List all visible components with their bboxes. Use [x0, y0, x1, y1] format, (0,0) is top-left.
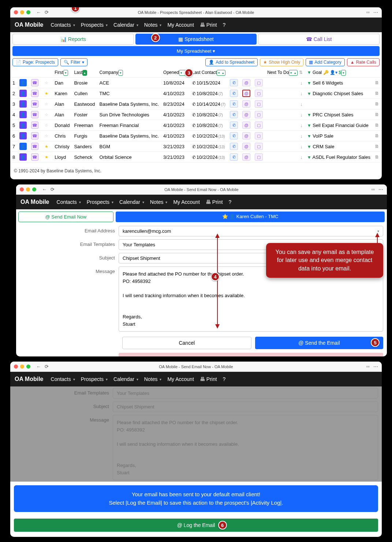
email-action-icon[interactable]: @ — [242, 143, 250, 150]
star-icon[interactable]: ☆ — [43, 132, 50, 139]
menu-calendar[interactable]: Calendar — [111, 20, 141, 29]
message-action-icon[interactable]: ▢ — [255, 122, 263, 129]
person-icon[interactable]: 👤 — [19, 90, 27, 97]
menu-prospects[interactable]: Prospects — [79, 20, 110, 29]
call-action-icon[interactable]: ✆ — [230, 143, 238, 150]
person-icon[interactable]: 👤 — [19, 111, 27, 118]
table-row[interactable]: 8👤☎★LloydSchenckOrbital Science3/21/2023… — [10, 152, 382, 162]
menu-calendar[interactable]: Calendar — [111, 375, 141, 384]
message-action-icon[interactable]: ▢ — [255, 143, 263, 150]
call-action-icon[interactable]: ✆ — [230, 132, 238, 139]
email-action-icon[interactable]: @ — [242, 132, 250, 139]
call-action-icon[interactable]: ✆ — [230, 153, 238, 161]
filter-button[interactable]: 🔍 Filter ▾ — [60, 58, 87, 66]
menu-notes[interactable]: Notes — [142, 375, 164, 384]
menu-account[interactable]: My Account — [171, 198, 202, 206]
call-action-icon[interactable]: ✆ — [230, 122, 238, 129]
table-row[interactable]: 6👤☎☆ChrisFurgisBaseline Data Systems, In… — [10, 131, 382, 141]
person-icon[interactable]: 👤 — [19, 143, 27, 150]
cancel-button[interactable]: Cancel — [122, 337, 251, 349]
phone-icon[interactable]: ☎ — [31, 153, 38, 161]
tab-calllist[interactable]: ☎ Call List — [258, 34, 380, 45]
table-row[interactable]: 3👤☎☆AlanEastwoodBaseline Data Systems, I… — [10, 99, 382, 109]
phone-icon[interactable]: ☎ — [31, 143, 38, 150]
menu-notes[interactable]: Notes — [148, 198, 170, 206]
message-action-icon[interactable]: ▢ — [255, 153, 263, 161]
note-icon[interactable]: 🗎 — [375, 91, 379, 96]
tab-reports[interactable]: 📊 Reports — [12, 34, 134, 45]
menu-help[interactable]: ? — [227, 198, 234, 206]
star-icon[interactable]: ☆ — [43, 79, 50, 86]
star-icon[interactable]: ★ — [43, 90, 50, 97]
email-action-icon[interactable]: @ — [242, 100, 250, 108]
menu-print[interactable]: 🖶 Print — [198, 20, 219, 29]
note-icon[interactable]: 🗎 — [375, 123, 379, 128]
phone-icon[interactable]: ☎ — [31, 111, 38, 118]
note-icon[interactable]: 🗎 — [375, 112, 379, 117]
call-action-icon[interactable]: ✆ — [230, 100, 238, 108]
menu-contacts[interactable]: Contacts — [49, 375, 77, 384]
email-action-icon[interactable]: @ — [242, 111, 250, 118]
col-lastcontact[interactable]: Last Contact▾▴ — [190, 68, 228, 78]
table-row[interactable]: 1👤☎☆DanBrosieACE10/8/202410/15/2024✆@▢↓▼… — [10, 78, 382, 88]
message-action-icon[interactable]: ▢ — [255, 79, 263, 86]
note-icon[interactable]: 🗎 — [375, 144, 379, 149]
table-row[interactable]: 4👤☎☆AlanFosterSun Drive Technologies4/10… — [10, 109, 382, 120]
col-last[interactable]: Last▴ — [72, 68, 97, 78]
email-action-icon[interactable]: @ — [242, 153, 250, 161]
send-email-button[interactable]: @ Send the Email 5 — [255, 337, 384, 349]
menu-help[interactable]: ? — [221, 20, 228, 29]
phone-icon[interactable]: ☎ — [31, 132, 38, 139]
star-icon[interactable]: ☆ — [43, 111, 50, 118]
phone-icon[interactable]: ☎ — [31, 79, 38, 86]
message-action-icon[interactable]: ▢ — [255, 100, 263, 108]
call-action-icon[interactable]: ✆ — [230, 90, 238, 97]
email-action-icon[interactable]: @ — [242, 122, 250, 129]
col-next[interactable]: Next To Do▾▴ ⇅ — [265, 68, 305, 78]
table-row[interactable]: 2👤☎★KarenCullenTMC4/10/202310/8/2024(7)✆… — [10, 88, 382, 99]
add-category-button[interactable]: ▦ Add Category — [306, 58, 344, 66]
email-action-icon[interactable]: @ — [242, 90, 250, 97]
col-goal[interactable]: ▼ Goal 🔑 👤▾ $▾ — [305, 68, 373, 78]
person-icon[interactable]: 👤 — [19, 132, 27, 139]
call-action-icon[interactable]: ✆ — [230, 79, 238, 86]
rate-calls-button[interactable]: ▲ Rate Calls — [347, 58, 380, 66]
message-action-icon[interactable]: ▢ — [255, 111, 263, 118]
menu-print[interactable]: 🖶 Print — [204, 198, 225, 206]
tab-spreadsheet[interactable]: 2 ▦ Spreadsheet — [135, 34, 257, 45]
call-action-icon[interactable]: ✆ — [230, 111, 238, 118]
email-field[interactable]: karencullen@mcg.com — [119, 226, 383, 236]
menu-contacts[interactable]: Contacts — [55, 198, 83, 206]
menu-prospects[interactable]: Prospects — [85, 198, 116, 206]
person-icon[interactable]: 👤 — [19, 153, 27, 161]
menu-notes[interactable]: Notes — [142, 20, 164, 29]
menu-contacts[interactable]: Contacts — [49, 20, 77, 29]
log-email-button[interactable]: @ Log the Email 6 — [14, 519, 378, 532]
send-email-now-button[interactable]: @ Send Email Now — [18, 212, 113, 222]
note-icon[interactable]: 🗎 — [375, 133, 379, 138]
phone-icon[interactable]: ☎ — [31, 90, 38, 97]
note-icon[interactable]: 🗎 — [375, 154, 379, 160]
star-icon[interactable]: ☆ — [43, 100, 50, 108]
note-icon[interactable]: 🗎 — [375, 101, 379, 106]
col-first[interactable]: First▾ — [52, 68, 72, 78]
subbar-myspreadsheet[interactable]: My Spreadsheet ▾ — [12, 46, 380, 56]
menu-account[interactable]: My Account — [165, 375, 196, 384]
menu-account[interactable]: My Account — [165, 20, 196, 29]
menu-prospects[interactable]: Prospects — [79, 375, 110, 384]
page-button[interactable]: 📄 Page: Prospects — [12, 58, 58, 66]
star-icon[interactable]: ☆ — [43, 122, 50, 129]
person-icon[interactable]: 👤 — [19, 122, 27, 129]
col-company[interactable]: Company▾ — [97, 68, 161, 78]
show-high-button[interactable]: ★ Show High Only — [260, 58, 303, 66]
note-icon[interactable]: 🗎 — [375, 80, 379, 85]
menu-calendar[interactable]: Calendar — [117, 198, 146, 206]
star-icon[interactable]: ★ — [43, 153, 50, 161]
menu-print[interactable]: 🖶 Print — [198, 375, 219, 384]
phone-icon[interactable]: ☎ — [31, 100, 38, 108]
table-row[interactable]: 5👤☎☆DonaldFreemanFreeman Financial4/10/2… — [10, 120, 382, 131]
table-row[interactable]: 7👤☎★ChristySandersBGM3/21/202310/2/2024(… — [10, 141, 382, 152]
person-icon[interactable]: 👤 — [19, 79, 27, 86]
menu-help[interactable]: ? — [221, 375, 228, 384]
star-icon[interactable]: ★ — [43, 143, 50, 150]
